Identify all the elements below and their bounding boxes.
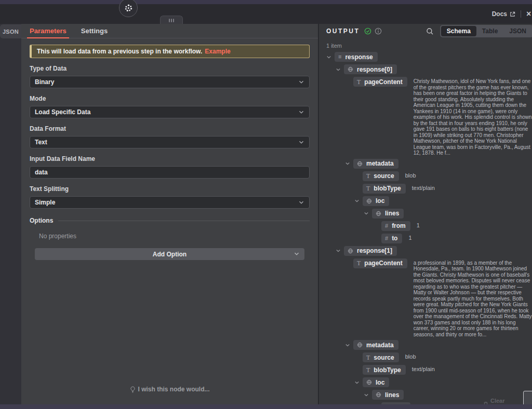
- schema-key-pill[interactable]: TpageContent: [353, 77, 407, 87]
- input-panel-collapsed: [0, 24, 21, 404]
- schema-key-label: metadata: [366, 160, 394, 167]
- output-header: OUTPUT Schema Table JSON: [319, 24, 532, 38]
- info-icon[interactable]: [375, 28, 382, 35]
- schema-key-pill[interactable]: Tsource: [363, 352, 399, 362]
- schema-key-pill[interactable]: Tsource: [363, 171, 399, 181]
- chevron-down-icon[interactable]: [336, 64, 344, 74]
- schema-key-pill[interactable]: #from: [381, 221, 410, 231]
- schema-key-pill[interactable]: TpageContent: [353, 258, 407, 268]
- schema-key-pill[interactable]: response[1]: [344, 246, 397, 256]
- info-notice: This will load data from a previous step…: [30, 45, 310, 58]
- notice-text: This will load data from a previous step…: [37, 48, 202, 55]
- node-feedback-link[interactable]: I wish this node would...: [21, 386, 318, 393]
- input-json-tab[interactable]: JSON: [0, 24, 21, 38]
- schema-key-label: metadata: [366, 342, 394, 349]
- schema-key-label: from: [392, 222, 406, 229]
- tree-row: loc: [326, 196, 532, 206]
- tree-row: TpageContenta professional in 1899, as a…: [326, 258, 532, 338]
- schema-value-text: blob: [405, 352, 416, 360]
- chevron-spacer: [373, 221, 381, 231]
- top-bar: [0, 0, 532, 4]
- tab-parameters[interactable]: Parameters: [30, 24, 66, 38]
- view-tab-schema[interactable]: Schema: [441, 26, 476, 36]
- schema-key-pill[interactable]: ≡response: [335, 52, 378, 62]
- schema-key-pill[interactable]: loc: [363, 196, 389, 206]
- type-of-data-select[interactable]: Binary: [30, 76, 310, 88]
- tree-row: metadata: [326, 340, 532, 350]
- tree-row: lines: [326, 209, 532, 219]
- add-option-button[interactable]: Add Option: [35, 248, 304, 260]
- schema-key-pill[interactable]: TblobType: [363, 365, 406, 375]
- schema-key-pill[interactable]: metadata: [353, 340, 398, 350]
- schema-value-text: blob: [405, 171, 416, 179]
- chevron-down-icon[interactable]: [336, 246, 344, 256]
- text-type-icon: T: [366, 173, 370, 179]
- example-link[interactable]: Example: [205, 48, 230, 55]
- chevron-down-icon[interactable]: [364, 390, 372, 400]
- docs-label: Docs: [492, 10, 507, 18]
- schema-key-label: pageContent: [364, 260, 402, 267]
- chevron-down-icon[interactable]: [345, 340, 353, 350]
- data-loader-node-icon: [124, 3, 134, 13]
- schema-key-label: pageContent: [364, 78, 402, 86]
- text-type-icon: T: [357, 260, 361, 266]
- schema-key-label: loc: [376, 197, 384, 204]
- options-label: Options: [30, 217, 53, 224]
- options-section-header: Options: [30, 217, 310, 224]
- output-view-switcher: Schema Table JSON: [440, 25, 532, 37]
- chevron-down-icon[interactable]: [364, 209, 372, 219]
- schema-key-label: source: [374, 354, 394, 361]
- schema-key-pill[interactable]: TblobType: [363, 184, 406, 194]
- object-icon: [348, 248, 353, 254]
- mode-select[interactable]: Load Specific Data: [30, 106, 310, 118]
- chevron-down-icon: [298, 79, 304, 85]
- param-tab-bar: Parameters Settings: [21, 24, 318, 38]
- object-icon: [376, 392, 381, 398]
- output-title: OUTPUT: [326, 28, 360, 35]
- chevron-down-icon[interactable]: [354, 196, 363, 206]
- object-icon: [357, 161, 363, 167]
- chevron-down-icon[interactable]: [354, 377, 363, 387]
- tab-settings[interactable]: Settings: [81, 24, 108, 38]
- schema-key-label: response[0]: [357, 66, 392, 73]
- tree-row: metadata: [326, 159, 532, 169]
- field-text-splitting: Text Splitting Simple: [30, 185, 310, 209]
- chevron-down-icon[interactable]: [326, 52, 335, 62]
- close-icon[interactable]: ×: [526, 9, 532, 19]
- schema-key-pill[interactable]: lines: [372, 209, 404, 219]
- search-icon[interactable]: [426, 28, 434, 35]
- text-splitting-select[interactable]: Simple: [30, 196, 310, 209]
- chevron-spacer: [373, 234, 381, 243]
- schema-key-label: source: [374, 172, 394, 180]
- tree-row: TblobTypetext/plain: [326, 184, 532, 194]
- schema-key-pill[interactable]: response[0]: [344, 64, 397, 74]
- schema-value-text: text/plain: [412, 365, 435, 373]
- text-type-icon: T: [366, 367, 370, 373]
- text-type-icon: T: [357, 79, 361, 85]
- number-type-icon: #: [385, 236, 388, 241]
- field-label: Type of Data: [30, 65, 310, 72]
- input-data-field-name-input[interactable]: [30, 166, 310, 179]
- view-tab-json[interactable]: JSON: [503, 26, 532, 36]
- schema-key-pill[interactable]: lines: [372, 390, 404, 400]
- node-icon[interactable]: [119, 0, 138, 17]
- tree-row: TblobTypetext/plain: [326, 365, 532, 375]
- schema-key-pill[interactable]: #to: [381, 234, 402, 243]
- list-icon: ≡: [338, 54, 341, 60]
- docs-link[interactable]: Docs: [492, 10, 515, 18]
- panel-drag-handle[interactable]: [160, 16, 183, 24]
- view-tab-table[interactable]: Table: [476, 26, 503, 36]
- select-value: Simple: [35, 199, 55, 206]
- chevron-spacer: [345, 77, 353, 87]
- chevron-spacer: [354, 184, 363, 194]
- schema-key-pill[interactable]: metadata: [353, 159, 398, 169]
- schema-key-pill[interactable]: loc: [363, 377, 389, 387]
- tree-row: response[0]: [326, 64, 532, 74]
- field-label: Text Splitting: [30, 185, 310, 193]
- data-format-select[interactable]: Text: [30, 136, 310, 148]
- chevron-down-icon[interactable]: [345, 159, 353, 169]
- input-json-tab-label: JSON: [3, 29, 19, 35]
- text-type-icon: T: [366, 185, 370, 192]
- chevron-spacer: [345, 258, 353, 268]
- node-details-view: Docs × JSON Parameters Settings: [0, 0, 532, 409]
